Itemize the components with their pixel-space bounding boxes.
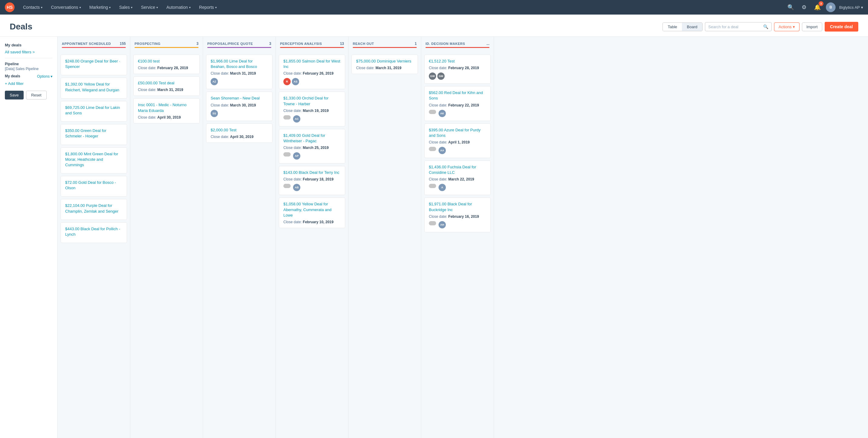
column-count: ... [487, 41, 490, 46]
options-button[interactable]: Options ▾ [37, 74, 53, 79]
deal-card[interactable]: $1,436.00 Fuchsia Deal for Considine LLC… [424, 160, 491, 195]
deal-card[interactable]: Sean Shoreman - New DealClose date: Marc… [206, 92, 273, 121]
deal-card[interactable]: $1,855.00 Salmon Deal for West IncClose … [279, 55, 345, 89]
nav-marketing-label: Marketing [89, 5, 108, 10]
search-icon-button[interactable]: 🔍 [786, 2, 796, 12]
deal-card[interactable]: $1,409.00 Gold Deal for Wintheiser - Pag… [279, 129, 345, 164]
nav-automation[interactable]: Automation ▾ [163, 2, 194, 12]
deal-card[interactable]: $75,000.00 Dominique VerniersClose date:… [351, 55, 418, 74]
deal-card[interactable]: $22,104.00 Purple Deal for Champlin, Zem… [61, 199, 127, 220]
search-deal-box[interactable]: 🔍 [705, 22, 772, 31]
table-view-button[interactable]: Table [663, 23, 682, 31]
deal-card[interactable]: $1,392.00 Yellow Deal for Reichert, Wieg… [61, 78, 127, 98]
deal-card[interactable]: $562.00 Red Deal for Kihn and SonsClose … [424, 86, 491, 121]
deal-card[interactable]: $1,058.00 Yellow Deal for Abernathy, Cum… [279, 198, 345, 228]
column-count: 13 [340, 41, 344, 46]
deal-toggle[interactable] [429, 147, 436, 151]
deal-card[interactable]: $1,330.00 Orchid Deal for Towne - Harber… [279, 92, 345, 126]
deal-title: Sean Shoreman - New Deal [211, 95, 268, 101]
deal-close-date: Close date: February 28, 2019 [138, 66, 195, 70]
deal-title: $69,725.00 Lime Deal for Lakin and Sons [65, 105, 122, 116]
deal-toggle[interactable] [429, 221, 436, 225]
all-saved-filters-link[interactable]: All saved filters > [5, 50, 53, 54]
column-title: ID. DECISION MAKERS [426, 42, 465, 46]
deal-card[interactable]: $350.00 Green Deal for Schmeler - Hoeger [61, 124, 127, 145]
deal-avatars: AB [283, 184, 341, 191]
deal-avatars: AP [283, 152, 341, 159]
deal-title: $75,000.00 Dominique Verniers [356, 59, 413, 64]
sidebar: My deals All saved filters > Pipeline [D… [0, 37, 58, 438]
deal-close-date: Close date: April 30, 2019 [211, 135, 268, 139]
deal-title: $395.00 Azure Deal for Purdy and Sons [429, 127, 486, 138]
deal-toggle[interactable] [429, 110, 436, 114]
search-deal-input[interactable] [708, 25, 761, 29]
deal-close-date: Close date: March 22, 2019 [429, 177, 486, 181]
column-bar [353, 47, 417, 48]
column-cards: $1,855.00 Salmon Deal for West IncClose … [276, 52, 348, 438]
deals-board: APPOINTMENT SCHEDULED155$248.00 Orange D… [58, 37, 868, 438]
deal-title: $1,392.00 Yellow Deal for Reichert, Wieg… [65, 82, 122, 92]
notifications-button[interactable]: 🔔 3 [812, 2, 822, 12]
column-bar [207, 47, 271, 48]
deal-card[interactable]: $72.00 Gold Deal for Bosco - Olson [61, 176, 127, 197]
column-prospecting: PROSPECTING3€100.00 testClose date: Febr… [130, 37, 203, 438]
deal-card[interactable]: $2,000.00 TestClose date: April 30, 2019 [206, 123, 273, 143]
deal-card[interactable]: $69,725.00 Lime Deal for Lakin and Sons [61, 101, 127, 122]
save-button[interactable]: Save [5, 91, 24, 99]
deal-title: £50,000.00 Test deal [138, 80, 195, 86]
deal-title: $1,058.00 Yellow Deal for Abernathy, Cum… [283, 201, 341, 218]
avatar: AB [293, 184, 300, 191]
import-button[interactable]: Import [802, 23, 822, 31]
nav-conversations[interactable]: Conversations ▾ [47, 2, 85, 12]
deal-toggle[interactable] [429, 184, 436, 188]
deal-avatars: AK [429, 110, 486, 117]
nav-contacts[interactable]: Contacts ▾ [20, 2, 46, 12]
avatar: AC [293, 115, 300, 122]
deal-card[interactable]: $395.00 Azure Deal for Purdy and SonsClo… [424, 123, 491, 158]
chevron-down-icon: ▾ [80, 6, 81, 9]
column-count: 155 [120, 41, 126, 46]
deal-close-date: Close date: February 18, 2019 [283, 177, 341, 181]
deal-close-date: Close date: February 22, 2019 [429, 103, 486, 107]
column-id-decision-makers: ID. DECISION MAKERS...€1,512.20 TestClos… [421, 37, 494, 438]
nav-reports[interactable]: Reports ▾ [195, 2, 220, 12]
chevron-down-icon: ▾ [41, 6, 42, 9]
deal-close-date: Close date: February 28, 2019 [429, 66, 486, 70]
settings-icon-button[interactable]: ⚙ [799, 2, 809, 12]
avatar: AS [292, 78, 299, 85]
deal-toggle[interactable] [283, 184, 291, 188]
nav-sales[interactable]: Sales ▾ [116, 2, 136, 12]
deal-card[interactable]: $248.00 Orange Deal for Beer · Spencer [61, 55, 127, 75]
user-avatar[interactable]: B [826, 2, 836, 12]
create-deal-button[interactable]: Create deal [825, 22, 858, 32]
deal-card[interactable]: $143.00 Black Deal for Terry IncClose da… [279, 166, 345, 195]
deal-card[interactable]: $1,971.00 Black Deal for Buckridge IncCl… [424, 198, 491, 232]
reset-button[interactable]: Reset [26, 91, 47, 99]
account-name-label: Biglytics AP [839, 5, 860, 10]
nav-marketing[interactable]: Marketing ▾ [86, 2, 114, 12]
nav-service[interactable]: Service ▾ [137, 2, 161, 12]
sidebar-divider [5, 58, 53, 58]
nav-conversations-label: Conversations [51, 5, 78, 10]
deal-close-date: Close date: March 30, 2019 [211, 103, 268, 107]
actions-button[interactable]: Actions ▾ [774, 23, 800, 31]
deal-title: $1,409.00 Gold Deal for Wintheiser - Pag… [283, 133, 341, 144]
my-deals-row: My deals Options ▾ [5, 74, 53, 79]
deal-card[interactable]: €1,512.20 TestClose date: February 28, 2… [424, 55, 491, 84]
deal-card[interactable]: $1,800.00 Mint Green Deal for Morar, Hea… [61, 147, 127, 174]
board-view-button[interactable]: Board [682, 23, 702, 31]
deal-avatars: AA [429, 147, 486, 154]
deal-toggle[interactable] [283, 152, 291, 156]
deal-toggle[interactable] [283, 115, 291, 119]
deal-card[interactable]: €100.00 testClose date: February 28, 201… [133, 55, 200, 74]
deal-card[interactable]: $1,966.00 Lime Deal for Beahan, Bosco an… [206, 55, 273, 89]
column-header-reach-out: REACH OUT1 [348, 37, 421, 52]
chevron-down-icon: ▾ [131, 6, 132, 9]
deal-card[interactable]: Insc 0001 - Medic - Noturno Maria Eduard… [133, 98, 200, 123]
add-filter-button[interactable]: + Add filter [5, 81, 53, 86]
deal-card[interactable]: $443.00 Black Deal for Pollich - Lynch [61, 222, 127, 243]
deal-card[interactable]: £50,000.00 Test dealClose date: March 31… [133, 77, 200, 96]
actions-label: Actions [779, 25, 792, 29]
hubspot-logo[interactable]: HS [5, 2, 14, 12]
account-name[interactable]: Biglytics AP ▾ [839, 5, 863, 10]
